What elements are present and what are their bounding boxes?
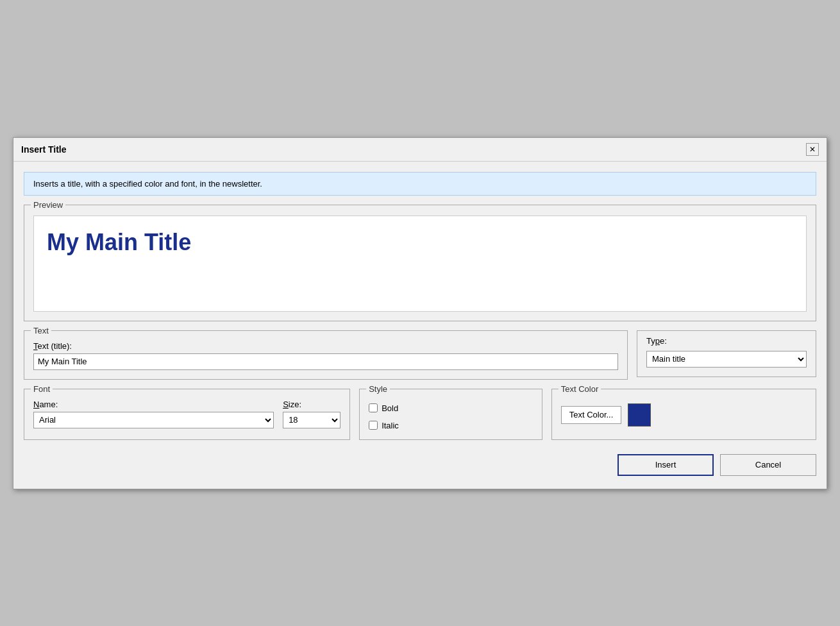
preview-section: Preview My Main Title — [24, 205, 816, 321]
close-button[interactable]: ✕ — [806, 143, 819, 156]
font-name-group: Name: Arial Times New Roman Courier New … — [33, 400, 274, 428]
font-size-select[interactable]: 8 10 12 14 16 18 20 24 28 32 36 — [283, 412, 340, 428]
font-name-label: Name: — [33, 400, 274, 409]
font-inner: Name: Arial Times New Roman Courier New … — [33, 400, 340, 428]
bold-row: Bold — [369, 403, 533, 413]
type-label: Type: — [646, 336, 807, 346]
italic-row: Italic — [369, 421, 533, 430]
insert-button[interactable]: Insert — [617, 454, 714, 476]
type-select[interactable]: Main title Sub title Section title — [646, 351, 807, 368]
italic-label: Italic — [382, 421, 399, 430]
dialog-title: Insert Title — [21, 144, 67, 155]
style-checks: Bold Italic — [369, 403, 533, 430]
style-section: Style Bold Italic — [359, 389, 542, 440]
bold-label: Bold — [382, 403, 398, 413]
color-swatch[interactable] — [628, 403, 651, 427]
cancel-button[interactable]: Cancel — [720, 454, 816, 476]
text-title-input[interactable] — [33, 353, 618, 370]
dialog-body: Inserts a title, with a specified color … — [13, 162, 827, 489]
preview-legend: Preview — [31, 200, 65, 210]
color-section: Text Color Text Color... — [551, 389, 816, 440]
color-legend: Text Color — [559, 384, 601, 394]
type-select-wrapper: Main title Sub title Section title — [646, 351, 807, 368]
font-size-group: Size: 8 10 12 14 16 18 20 24 28 32 — [283, 400, 340, 428]
text-color-button[interactable]: Text Color... — [561, 406, 622, 424]
info-bar: Inserts a title, with a specified color … — [24, 172, 816, 196]
font-section: Font Name: Arial Times New Roman Courier… — [24, 389, 350, 440]
text-title-label: Text (title): — [33, 341, 618, 351]
preview-title: My Main Title — [47, 229, 191, 255]
italic-checkbox[interactable] — [369, 421, 378, 430]
text-legend: Text — [31, 326, 51, 335]
text-section: Text Text (title): — [24, 330, 628, 380]
type-section: Type: Main title Sub title Section title — [637, 330, 816, 377]
font-name-select[interactable]: Arial Times New Roman Courier New Verdan… — [33, 412, 274, 428]
font-size-label: Size: — [283, 400, 340, 409]
font-legend: Font — [31, 384, 53, 394]
color-inner: Text Color... — [561, 403, 807, 427]
insert-title-dialog: Insert Title ✕ Inserts a title, with a s… — [13, 137, 827, 489]
text-row: Text Text (title): Type: Main title Sub … — [24, 330, 816, 380]
bottom-row: Font Name: Arial Times New Roman Courier… — [24, 389, 816, 440]
preview-area: My Main Title — [33, 216, 807, 312]
button-row: Insert Cancel — [24, 449, 816, 478]
style-legend: Style — [366, 384, 390, 394]
bold-checkbox[interactable] — [369, 403, 378, 412]
title-bar: Insert Title ✕ — [13, 138, 827, 162]
